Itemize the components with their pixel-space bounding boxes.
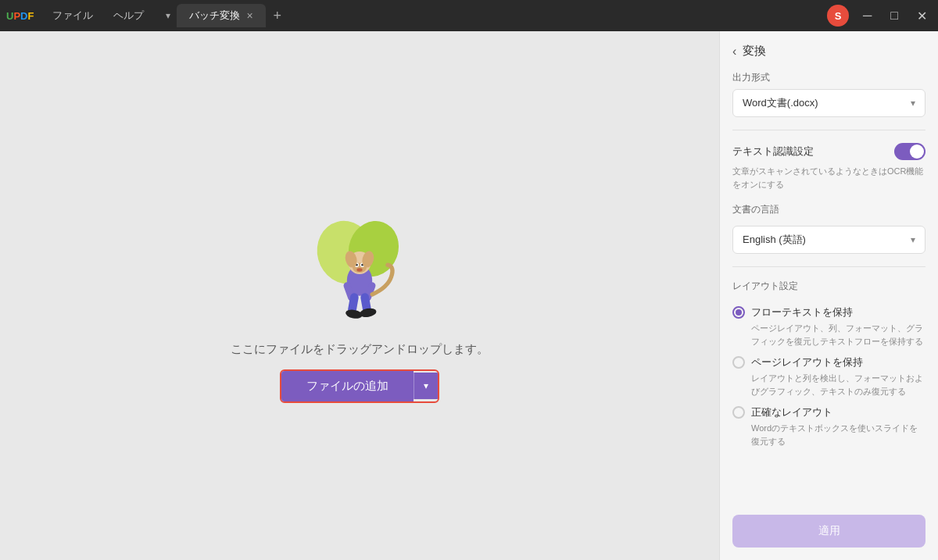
menu-file[interactable]: ファイル xyxy=(43,5,102,26)
divider-1 xyxy=(732,130,925,130)
user-avatar[interactable]: S xyxy=(827,5,849,27)
format-dropdown[interactable]: Word文書(.docx) ▾ xyxy=(732,89,925,117)
dropzone: ここにファイルをドラッグアンドロップします。 ファイルの追加 ▾ xyxy=(0,31,719,560)
main-area: ここにファイルをドラッグアンドロップします。 ファイルの追加 ▾ ‹ 変換 出力… xyxy=(0,31,938,560)
titlebar: UPDF ファイル ヘルプ ▾ バッチ変換 × + S ─ □ ✕ xyxy=(0,0,938,31)
drop-illustration xyxy=(289,189,430,330)
layout-flowing-desc: ページレイアウト、列、フォーマット、グラフィックを復元しテキストフローを保持する xyxy=(732,322,925,348)
tab-close-icon[interactable]: × xyxy=(246,10,252,21)
maximize-button[interactable]: □ xyxy=(886,7,903,24)
logo-p: P xyxy=(13,10,20,22)
divider-2 xyxy=(732,266,925,267)
menu-bar: ファイル ヘルプ xyxy=(43,5,153,26)
ocr-header: テキスト認識設定 xyxy=(732,143,925,160)
layout-option-page-label[interactable]: ページレイアウトを保持 xyxy=(732,355,925,369)
output-format-section: 出力形式 Word文書(.docx) ▾ xyxy=(732,71,925,117)
add-file-button-group: ファイルの追加 ▾ xyxy=(280,369,439,403)
language-value: English (英語) xyxy=(743,233,806,247)
add-file-dropdown-button[interactable]: ▾ xyxy=(414,373,438,399)
close-button[interactable]: ✕ xyxy=(912,7,932,25)
layout-radio-flowing[interactable] xyxy=(732,306,745,319)
ocr-title: テキスト認識設定 xyxy=(732,144,814,159)
batch-convert-tab[interactable]: バッチ変換 × xyxy=(177,4,265,27)
tab-label: バッチ変換 xyxy=(189,9,240,23)
window-controls: S ─ □ ✕ xyxy=(827,5,932,27)
tab-bar: ▾ バッチ変換 × + xyxy=(163,4,824,27)
format-value: Word文書(.docx) xyxy=(743,96,818,110)
layout-radio-exact[interactable] xyxy=(732,406,745,419)
layout-section: レイアウト設定 フローテキストを保持 ページレイアウト、列、フォーマット、グラフ… xyxy=(732,280,925,448)
layout-page-text: ページレイアウトを保持 xyxy=(751,355,863,369)
logo-u: U xyxy=(6,10,13,22)
output-format-label: 出力形式 xyxy=(732,71,925,84)
layout-page-desc: レイアウトと列を検出し、フォーマットおよびグラフィック、テキストのみ復元する xyxy=(732,372,925,398)
logo-f: F xyxy=(27,10,34,22)
ocr-description: 文章がスキャンされているようなときはOCR機能をオンにする xyxy=(732,165,925,191)
right-panel: ‹ 変換 出力形式 Word文書(.docx) ▾ テキスト認識設定 文章がスキ… xyxy=(719,31,938,560)
apply-button[interactable]: 適用 xyxy=(732,515,925,548)
layout-radio-page[interactable] xyxy=(732,356,745,369)
layout-option-exact: 正確なレイアウト Wordのテキストボックスを使いスライドを復元する xyxy=(732,405,925,448)
ocr-section: テキスト認識設定 文章がスキャンされているようなときはOCR機能をオンにする xyxy=(732,143,925,191)
layout-option-page: ページレイアウトを保持 レイアウトと列を検出し、フォーマットおよびグラフィック、… xyxy=(732,355,925,398)
menu-help[interactable]: ヘルプ xyxy=(104,5,153,26)
layout-exact-text: 正確なレイアウト xyxy=(751,405,832,419)
add-file-button[interactable]: ファイルの追加 xyxy=(281,371,414,401)
layout-option-flowing-label[interactable]: フローテキストを保持 xyxy=(732,305,925,319)
language-label: 文書の言語 xyxy=(732,203,925,216)
panel-footer: 適用 xyxy=(732,505,925,548)
ocr-toggle[interactable] xyxy=(894,143,925,160)
minimize-button[interactable]: ─ xyxy=(858,7,876,24)
layout-exact-desc: Wordのテキストボックスを使いスライドを復元する xyxy=(732,422,925,448)
layout-label: レイアウト設定 xyxy=(732,280,925,293)
layout-option-exact-label[interactable]: 正確なレイアウト xyxy=(732,405,925,419)
panel-title: 変換 xyxy=(743,44,766,59)
logo-text: UPDF xyxy=(6,10,34,22)
tab-chevron-icon[interactable]: ▾ xyxy=(163,7,174,24)
language-dropdown[interactable]: English (英語) ▾ xyxy=(732,226,925,254)
language-section: 文書の言語 English (英語) ▾ xyxy=(732,203,925,254)
svg-point-9 xyxy=(356,268,362,272)
drop-text: ここにファイルをドラッグアンドロップします。 xyxy=(231,342,489,357)
back-button[interactable]: ‹ xyxy=(732,45,736,59)
new-tab-button[interactable]: + xyxy=(269,6,287,26)
app-logo: UPDF xyxy=(6,10,34,22)
language-chevron-icon: ▾ xyxy=(911,234,915,245)
panel-header: ‹ 変換 xyxy=(732,44,925,59)
layout-flowing-text: フローテキストを保持 xyxy=(751,305,853,319)
format-chevron-icon: ▾ xyxy=(911,98,915,109)
layout-option-flowing: フローテキストを保持 ページレイアウト、列、フォーマット、グラフィックを復元しテ… xyxy=(732,305,925,348)
